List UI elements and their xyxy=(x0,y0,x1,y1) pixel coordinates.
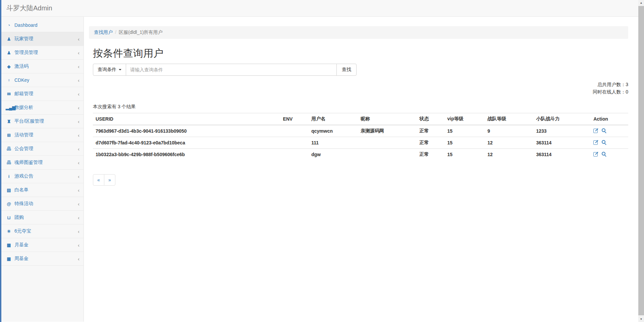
sidebar-item-label: 6元夺宝 xyxy=(14,228,78,234)
sidebar-item-admin-management[interactable]: ♟管理员管理‹ xyxy=(0,46,84,60)
sidebar-item-label: CDKey xyxy=(14,77,78,83)
table-row: 7963d967-d3d1-4b3c-9041-916133b09050qcym… xyxy=(93,125,628,137)
sidebar-item-label: 魂师图鉴管理 xyxy=(14,159,78,166)
bank-icon: ♜ xyxy=(6,119,12,124)
column-header: 用户名 xyxy=(309,113,358,125)
sidebar-item-platform-server-management[interactable]: ♜平台/区服管理‹ xyxy=(0,115,84,128)
sidebar-item-data-analysis[interactable]: ▂▄▆数据分析‹ xyxy=(0,101,84,115)
column-header: ENV xyxy=(280,113,309,125)
sidebar-item-special-activity[interactable]: @特殊活动‹ xyxy=(0,197,84,211)
scrollbar-thumb[interactable] xyxy=(638,6,644,315)
user-icon: ♟ xyxy=(6,37,12,42)
chevron-left-icon: ‹ xyxy=(78,174,79,179)
search-input[interactable] xyxy=(126,64,337,76)
cell-squad-power: 1233 xyxy=(533,125,591,137)
sidebar-item-guild-management[interactable]: 品公会管理‹ xyxy=(0,142,84,156)
sidebar-item-activation-code[interactable]: ◈激活码‹ xyxy=(0,60,84,73)
chevron-left-icon: ‹ xyxy=(78,242,79,248)
cell-squad-power: 363114 xyxy=(533,137,591,148)
column-header: 状态 xyxy=(417,113,445,125)
cell-username: dgw xyxy=(309,148,358,160)
sidebar-item-label: 公会管理 xyxy=(14,146,78,152)
cell-team-level: 12 xyxy=(485,137,533,148)
sitemap-icon: 品 xyxy=(6,159,12,166)
results-summary: 本次搜索有 3 个结果 xyxy=(93,104,628,110)
sidebar-item-label: 团购 xyxy=(14,214,78,220)
cell-status: 正常 xyxy=(417,148,445,160)
breadcrumb-separator: / xyxy=(113,29,119,35)
cell-nickname xyxy=(358,137,417,148)
caret-down-icon xyxy=(119,69,121,70)
sidebar-item-group-buy[interactable]: ⊔团购‹ xyxy=(0,211,84,224)
file-icon: ▤ xyxy=(6,188,12,193)
edit-icon[interactable] xyxy=(593,152,598,156)
sidebar-item-game-announcement[interactable]: i游戏公告‹ xyxy=(0,170,84,183)
top-navbar: 斗罗大陆Admin xyxy=(0,0,644,17)
sidebar-item-label: 玩家管理 xyxy=(14,36,78,42)
sidebar-item-label: 特殊活动 xyxy=(14,201,78,207)
search-group: 查询条件 查找 xyxy=(93,64,357,76)
sidebar-item-label: 白名单 xyxy=(14,187,78,193)
table-row: d7d607fb-7fad-4c40-9123-e0a7bd10beca111正… xyxy=(93,137,628,148)
scrollbar-up-arrow-icon[interactable]: ▲ xyxy=(638,0,644,6)
sidebar-item-mail-management[interactable]: ✉邮箱管理‹ xyxy=(0,87,84,101)
pagination-next-button[interactable]: » xyxy=(104,174,115,186)
cell-status: 正常 xyxy=(417,137,445,148)
breadcrumb-link-find-user[interactable]: 查找用户 xyxy=(94,29,113,35)
chevron-left-icon: ‹ xyxy=(78,64,79,69)
chevron-left-icon: ‹ xyxy=(78,105,79,111)
user-stats: 总共用户数：3 同时在线人数：0 xyxy=(93,81,628,96)
cell-userid: 7963d967-d3d1-4b3c-9041-916133b09050 xyxy=(93,125,280,137)
key-icon: ♀ xyxy=(6,78,12,83)
pagination-prev-button[interactable]: « xyxy=(93,174,104,186)
chevron-left-icon: ‹ xyxy=(78,256,79,262)
inbox-icon: ✉ xyxy=(6,91,12,96)
column-header: 昵称 xyxy=(358,113,417,125)
cell-userid: 1b0322a3-bb9c-429b-988f-b509606fce6b xyxy=(93,148,280,160)
query-condition-dropdown[interactable]: 查询条件 xyxy=(93,64,126,76)
pagination: « » xyxy=(93,174,628,186)
search-button[interactable]: 查找 xyxy=(336,64,357,76)
search-icon[interactable] xyxy=(601,152,606,157)
search-icon[interactable] xyxy=(601,140,606,145)
at-icon: @ xyxy=(6,201,12,206)
chevron-left-icon: ‹ xyxy=(78,77,79,83)
sidebar-item-dashboard[interactable]: ◔Dashboard xyxy=(0,18,84,32)
sidebar-item-label: 游戏公告 xyxy=(14,173,78,179)
chevron-left-icon: ‹ xyxy=(78,119,79,124)
sidebar-menu: ◔Dashboard♟玩家管理‹♟管理员管理‹◈激活码‹♀CDKey‹✉邮箱管理… xyxy=(0,17,84,322)
sidebar-item-soul-master-gallery-management[interactable]: 品魂师图鉴管理‹ xyxy=(0,156,84,170)
cell-userid: d7d607fb-7fad-4c40-9123-e0a7bd10beca xyxy=(93,137,280,148)
chevron-left-icon: ‹ xyxy=(78,91,79,97)
sidebar-item-player-management[interactable]: ♟玩家管理‹ xyxy=(0,32,84,46)
edit-icon[interactable] xyxy=(593,129,598,133)
chevron-left-icon: ‹ xyxy=(78,50,79,56)
sidebar-item-six-yuan-treasure[interactable]: ✳6元夺宝‹ xyxy=(0,224,84,238)
sidebar-item-cdkey[interactable]: ♀CDKey‹ xyxy=(0,73,84,87)
sidebar-item-label: 数据分析 xyxy=(14,105,78,111)
column-header: USERID xyxy=(93,113,280,125)
cell-env xyxy=(280,125,309,137)
cell-team-level: 12 xyxy=(485,148,533,160)
sidebar-item-weekly-fund[interactable]: ▦周基金‹ xyxy=(0,252,84,266)
cell-env xyxy=(280,148,309,160)
box-icon: ◈ xyxy=(6,64,12,69)
app-title[interactable]: 斗罗大陆Admin xyxy=(6,4,52,13)
chevron-left-icon: ‹ xyxy=(78,36,79,42)
cell-nickname xyxy=(358,148,417,160)
cell-vip-level: 15 xyxy=(445,148,485,160)
calendar-icon: ▦ xyxy=(6,243,12,248)
cart-icon: ⊔ xyxy=(6,215,12,220)
main-content: 查找用户/区服(dldl_1)所有用户 按条件查询用户 查询条件 查找 总共用户… xyxy=(84,17,644,322)
sidebar-item-monthly-fund[interactable]: ▦月基金‹ xyxy=(0,238,84,252)
cell-squad-power: 363114 xyxy=(533,148,591,160)
scrollbar-down-arrow-icon[interactable]: ▼ xyxy=(638,316,644,322)
scrollbar[interactable]: ▲ ▼ xyxy=(638,0,644,322)
table-header-row: USERIDENV用户名昵称状态vip等级战队等级小队战斗力Action xyxy=(93,113,628,125)
sidebar-item-whitelist[interactable]: ▤白名单‹ xyxy=(0,183,84,197)
sidebar-item-label: 活动管理 xyxy=(14,132,78,138)
search-icon[interactable] xyxy=(601,128,606,133)
edit-icon[interactable] xyxy=(593,140,598,145)
sidebar-item-activity-management[interactable]: ⊞活动管理‹ xyxy=(0,128,84,142)
chevron-left-icon: ‹ xyxy=(78,146,79,152)
